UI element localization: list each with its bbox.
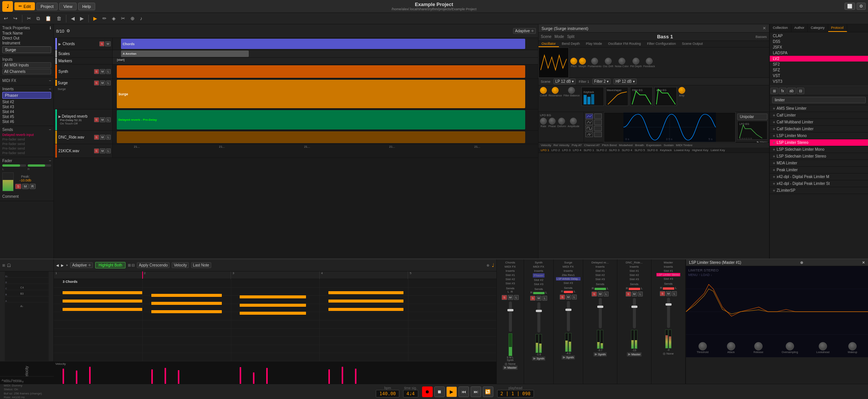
kick-mute-btn[interactable]: M bbox=[100, 148, 105, 153]
lowest-key-label[interactable]: Lowest Key bbox=[674, 148, 690, 152]
plugin-view-btn[interactable]: ⊞ bbox=[771, 88, 778, 94]
delete-btn[interactable]: 🗑 bbox=[55, 15, 63, 22]
ch-dr-l[interactable]: L bbox=[604, 292, 608, 296]
mute-btn[interactable]: M bbox=[22, 184, 29, 189]
osc-fm-routing-tab[interactable]: Oscillator FM Routing bbox=[605, 41, 644, 47]
dr-mute-btn[interactable]: M bbox=[100, 117, 105, 122]
help-menu-btn[interactable]: Help bbox=[78, 3, 95, 10]
noise-color-knob[interactable] bbox=[618, 58, 625, 65]
synth-mute-btn[interactable]: M bbox=[100, 69, 105, 74]
text-btn[interactable]: ab bbox=[787, 88, 796, 94]
col-jsfx[interactable]: JSFX bbox=[770, 44, 868, 50]
scene-btn[interactable]: Scene bbox=[541, 35, 551, 39]
lsp-makeup[interactable] bbox=[848, 342, 857, 350]
surge-l-btn[interactable]: L bbox=[106, 80, 111, 85]
surge-solo-btn[interactable]: S bbox=[94, 80, 99, 85]
synth-close-btn[interactable]: ✕ bbox=[763, 26, 766, 31]
plugin-lsp-mono[interactable]: ◈LSP Limiter Mono bbox=[770, 132, 868, 139]
split-btn[interactable]: Split bbox=[567, 35, 574, 39]
ch-dr-master-btn[interactable]: ⊳ Synth bbox=[593, 352, 607, 356]
nav-fwd-btn[interactable]: ▶ bbox=[78, 15, 85, 22]
last-note-dropdown[interactable]: Last Note bbox=[191, 262, 211, 268]
lfo-shape-tri[interactable] bbox=[585, 120, 593, 125]
send-delayed-reverb[interactable]: Delayed reverb input bbox=[2, 132, 51, 137]
instrument-selector[interactable]: Surge bbox=[2, 46, 51, 53]
osc-drift-knob[interactable] bbox=[605, 58, 612, 65]
cut-btn[interactable]: ✂ bbox=[25, 15, 33, 22]
play-mode-tab[interactable]: Play Mode bbox=[583, 41, 605, 47]
view-menu-btn[interactable]: View bbox=[59, 3, 77, 10]
ch-master-m[interactable]: M bbox=[666, 291, 672, 296]
time-sig-display[interactable]: 4♩4 bbox=[403, 390, 418, 397]
lsp-lookahead[interactable] bbox=[819, 342, 827, 350]
protocol-tab[interactable]: Protocol bbox=[828, 24, 847, 32]
settings-btn[interactable]: ⚙ bbox=[857, 3, 866, 10]
record-transport-btn[interactable]: ⏺ bbox=[422, 386, 433, 397]
ch-master-fader[interactable] bbox=[667, 298, 670, 328]
pr-zoom-btn[interactable]: ⊕ bbox=[487, 263, 490, 267]
undo-btn[interactable]: ↩ bbox=[2, 15, 9, 22]
filter-config-tab[interactable]: Filter Configuration bbox=[644, 41, 679, 47]
ch-dr-s[interactable]: S bbox=[592, 292, 596, 296]
project-menu-btn[interactable]: Project bbox=[36, 3, 58, 10]
plugin-search-input[interactable] bbox=[772, 97, 866, 103]
lfo-shape-random[interactable] bbox=[594, 114, 602, 119]
osc-tab[interactable]: Oscillator bbox=[538, 41, 559, 47]
morph-knob[interactable] bbox=[579, 58, 586, 65]
ch-master-l[interactable]: L bbox=[672, 291, 677, 296]
ch-surge-s[interactable]: S bbox=[560, 295, 565, 300]
lfo-shape-ramp[interactable] bbox=[585, 132, 593, 137]
markers-track-content[interactable]: [start] bbox=[113, 58, 538, 64]
lfo-amplitude-knob[interactable] bbox=[570, 118, 577, 125]
nav-back-btn[interactable]: ◀ bbox=[69, 15, 76, 22]
kick-solo-btn[interactable]: S bbox=[94, 148, 99, 153]
slfo2-label[interactable]: SLFO 2 bbox=[596, 148, 607, 152]
dnc-mute-btn[interactable]: M bbox=[100, 135, 105, 140]
ch-chords-master-btn[interactable]: ⊳ Master bbox=[503, 366, 518, 370]
dnc-l-btn[interactable]: L bbox=[106, 135, 111, 140]
scene-output-tab[interactable]: Scene Output bbox=[679, 41, 706, 47]
lfo-phase-knob[interactable] bbox=[549, 118, 556, 125]
ch-chords-fader[interactable] bbox=[509, 301, 512, 332]
pr-plus-btn[interactable]: + bbox=[66, 263, 68, 267]
skip-fwd-btn[interactable]: ⏭ bbox=[471, 386, 481, 397]
plugin-zlimiter[interactable]: ◈ZLimiterSP bbox=[770, 187, 868, 194]
plugin-mda[interactable]: ◈MDA Limiter bbox=[770, 160, 868, 167]
velocity-dropdown[interactable]: Velocity bbox=[172, 262, 188, 268]
dr-solo-btn[interactable]: S bbox=[94, 117, 99, 122]
plugin-lsp-stereo[interactable]: ◈LSP Limiter Stereo bbox=[770, 139, 868, 146]
plugin-x42-dpl[interactable]: ◈x42-dpl - Digital Peak Limiter M bbox=[770, 173, 868, 180]
synth-solo-btn[interactable]: S bbox=[94, 69, 99, 74]
ch-dnc-fader[interactable] bbox=[633, 298, 636, 328]
apply-crescendo-dropdown[interactable]: Apply Crescendo bbox=[137, 262, 170, 268]
audio-tool-btn[interactable]: ♪ bbox=[138, 15, 144, 22]
dnc-content[interactable] bbox=[113, 131, 538, 144]
lfo-shape-mseg[interactable] bbox=[594, 132, 602, 137]
col-ladspa[interactable]: LADSPA bbox=[770, 50, 868, 56]
pr-view-btn[interactable]: ⊞ bbox=[2, 263, 5, 267]
kick-content[interactable]: 21... 21... 21... 21... 21... bbox=[113, 144, 538, 158]
pr-headphones-btn[interactable]: 🎧 bbox=[7, 263, 11, 267]
plugin-calf-mb[interactable]: ◈Calf Multiband Limiter bbox=[770, 119, 868, 126]
fx-btn[interactable]: fx bbox=[779, 88, 786, 94]
ch-synth-l[interactable]: L bbox=[542, 296, 547, 301]
col-vst[interactable]: VST bbox=[770, 73, 868, 79]
merge-tool-btn[interactable]: ⊕ bbox=[129, 15, 136, 22]
lfo3-label[interactable]: LFO 3 bbox=[562, 148, 570, 152]
slfo3-label[interactable]: SLFO 3 bbox=[609, 148, 620, 152]
lfo-shape-sq[interactable] bbox=[585, 126, 593, 131]
ch-dnc-s[interactable]: S bbox=[626, 292, 631, 296]
col-sf2[interactable]: SF2 bbox=[770, 62, 868, 67]
ch-dr-m[interactable]: M bbox=[598, 292, 603, 296]
col-clap[interactable]: CLAP bbox=[770, 33, 868, 39]
play-tool-btn[interactable]: ▶ bbox=[92, 15, 99, 22]
synth-l-btn[interactable]: L bbox=[106, 69, 111, 74]
pitch-knob[interactable] bbox=[570, 58, 577, 65]
lsp-release[interactable] bbox=[754, 342, 763, 350]
lsp-threshold[interactable] bbox=[698, 342, 707, 350]
ch-dnc-m[interactable]: M bbox=[632, 292, 637, 296]
ch-synth-fader[interactable] bbox=[537, 302, 540, 333]
portamento-knob[interactable] bbox=[591, 58, 598, 65]
phaser-insert[interactable]: Phaser bbox=[2, 92, 51, 99]
filter2-dropdown[interactable]: HP 12 dB ▾ bbox=[614, 79, 636, 84]
